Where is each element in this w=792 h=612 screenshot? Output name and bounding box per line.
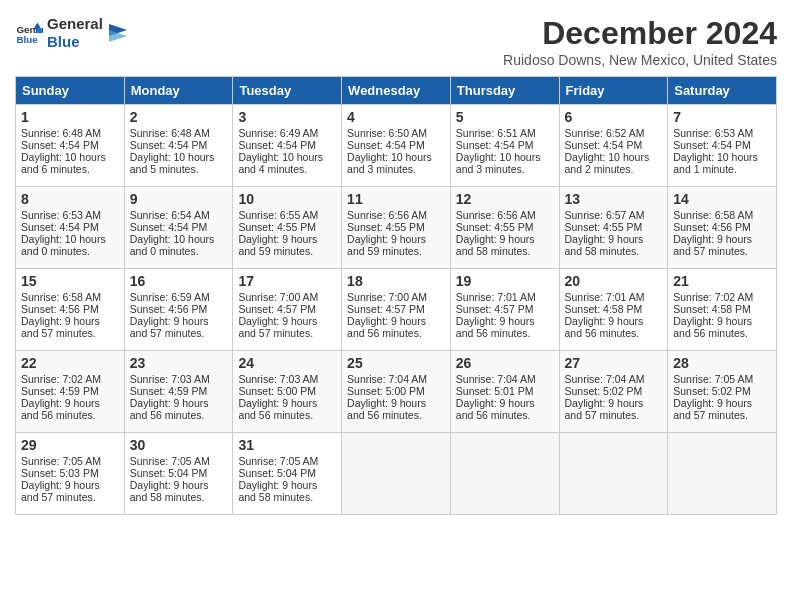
day-info: Sunset: 5:04 PM bbox=[130, 467, 228, 479]
day-info: and 56 minutes. bbox=[456, 409, 554, 421]
day-info: Sunset: 4:55 PM bbox=[565, 221, 663, 233]
day-info: and 56 minutes. bbox=[565, 327, 663, 339]
day-info: and 58 minutes. bbox=[238, 491, 336, 503]
day-info: Sunset: 5:02 PM bbox=[673, 385, 771, 397]
logo-flag-icon bbox=[107, 22, 129, 44]
day-info: and 57 minutes. bbox=[21, 327, 119, 339]
day-info: Sunrise: 6:50 AM bbox=[347, 127, 445, 139]
day-info: Daylight: 9 hours bbox=[238, 397, 336, 409]
day-info: and 3 minutes. bbox=[347, 163, 445, 175]
day-number: 2 bbox=[130, 109, 228, 125]
calendar-cell: 17Sunrise: 7:00 AMSunset: 4:57 PMDayligh… bbox=[233, 269, 342, 351]
calendar-body: 1Sunrise: 6:48 AMSunset: 4:54 PMDaylight… bbox=[16, 105, 777, 515]
day-info: Sunrise: 6:49 AM bbox=[238, 127, 336, 139]
day-info: and 59 minutes. bbox=[347, 245, 445, 257]
weekday-header-row: SundayMondayTuesdayWednesdayThursdayFrid… bbox=[16, 77, 777, 105]
week-row-3: 15Sunrise: 6:58 AMSunset: 4:56 PMDayligh… bbox=[16, 269, 777, 351]
day-info: Daylight: 9 hours bbox=[456, 315, 554, 327]
calendar-cell: 29Sunrise: 7:05 AMSunset: 5:03 PMDayligh… bbox=[16, 433, 125, 515]
day-info: and 59 minutes. bbox=[238, 245, 336, 257]
day-info: Sunrise: 6:54 AM bbox=[130, 209, 228, 221]
day-info: Sunrise: 6:58 AM bbox=[21, 291, 119, 303]
day-info: and 1 minute. bbox=[673, 163, 771, 175]
day-info: Sunset: 4:58 PM bbox=[673, 303, 771, 315]
day-info: and 58 minutes. bbox=[565, 245, 663, 257]
day-info: Sunrise: 7:04 AM bbox=[347, 373, 445, 385]
calendar-cell: 2Sunrise: 6:48 AMSunset: 4:54 PMDaylight… bbox=[124, 105, 233, 187]
calendar-cell: 15Sunrise: 6:58 AMSunset: 4:56 PMDayligh… bbox=[16, 269, 125, 351]
calendar-cell: 22Sunrise: 7:02 AMSunset: 4:59 PMDayligh… bbox=[16, 351, 125, 433]
day-number: 12 bbox=[456, 191, 554, 207]
day-info: and 6 minutes. bbox=[21, 163, 119, 175]
day-info: Sunset: 4:58 PM bbox=[565, 303, 663, 315]
calendar-cell: 3Sunrise: 6:49 AMSunset: 4:54 PMDaylight… bbox=[233, 105, 342, 187]
calendar-cell: 10Sunrise: 6:55 AMSunset: 4:55 PMDayligh… bbox=[233, 187, 342, 269]
weekday-header-wednesday: Wednesday bbox=[342, 77, 451, 105]
calendar-cell: 30Sunrise: 7:05 AMSunset: 5:04 PMDayligh… bbox=[124, 433, 233, 515]
day-info: Sunrise: 6:59 AM bbox=[130, 291, 228, 303]
calendar-cell bbox=[668, 433, 777, 515]
day-info: Sunrise: 7:02 AM bbox=[673, 291, 771, 303]
calendar-cell: 16Sunrise: 6:59 AMSunset: 4:56 PMDayligh… bbox=[124, 269, 233, 351]
day-number: 3 bbox=[238, 109, 336, 125]
day-number: 28 bbox=[673, 355, 771, 371]
calendar-cell: 23Sunrise: 7:03 AMSunset: 4:59 PMDayligh… bbox=[124, 351, 233, 433]
day-info: Sunrise: 6:53 AM bbox=[673, 127, 771, 139]
day-info: Sunrise: 7:03 AM bbox=[130, 373, 228, 385]
day-info: Sunset: 5:04 PM bbox=[238, 467, 336, 479]
day-info: Sunset: 4:56 PM bbox=[21, 303, 119, 315]
day-info: Daylight: 9 hours bbox=[21, 315, 119, 327]
day-info: Sunset: 4:55 PM bbox=[456, 221, 554, 233]
day-info: and 57 minutes. bbox=[130, 327, 228, 339]
day-info: and 56 minutes. bbox=[673, 327, 771, 339]
day-info: Sunset: 5:03 PM bbox=[21, 467, 119, 479]
day-number: 16 bbox=[130, 273, 228, 289]
day-info: Sunset: 4:54 PM bbox=[673, 139, 771, 151]
day-number: 5 bbox=[456, 109, 554, 125]
day-info: and 57 minutes. bbox=[21, 491, 119, 503]
day-number: 22 bbox=[21, 355, 119, 371]
day-info: Sunrise: 7:03 AM bbox=[238, 373, 336, 385]
calendar-cell: 24Sunrise: 7:03 AMSunset: 5:00 PMDayligh… bbox=[233, 351, 342, 433]
calendar-cell: 4Sunrise: 6:50 AMSunset: 4:54 PMDaylight… bbox=[342, 105, 451, 187]
day-info: Sunrise: 6:52 AM bbox=[565, 127, 663, 139]
day-number: 13 bbox=[565, 191, 663, 207]
day-info: and 0 minutes. bbox=[21, 245, 119, 257]
svg-text:Blue: Blue bbox=[16, 34, 38, 45]
calendar-cell: 5Sunrise: 6:51 AMSunset: 4:54 PMDaylight… bbox=[450, 105, 559, 187]
title-block: December 2024 Ruidoso Downs, New Mexico,… bbox=[503, 15, 777, 68]
weekday-header-monday: Monday bbox=[124, 77, 233, 105]
day-info: Daylight: 9 hours bbox=[347, 315, 445, 327]
week-row-5: 29Sunrise: 7:05 AMSunset: 5:03 PMDayligh… bbox=[16, 433, 777, 515]
day-number: 25 bbox=[347, 355, 445, 371]
day-info: and 57 minutes. bbox=[673, 245, 771, 257]
calendar-cell bbox=[559, 433, 668, 515]
day-info: Daylight: 9 hours bbox=[130, 479, 228, 491]
calendar-cell: 7Sunrise: 6:53 AMSunset: 4:54 PMDaylight… bbox=[668, 105, 777, 187]
day-info: and 56 minutes. bbox=[347, 327, 445, 339]
day-info: Daylight: 9 hours bbox=[456, 233, 554, 245]
week-row-4: 22Sunrise: 7:02 AMSunset: 4:59 PMDayligh… bbox=[16, 351, 777, 433]
location: Ruidoso Downs, New Mexico, United States bbox=[503, 52, 777, 68]
calendar-cell bbox=[450, 433, 559, 515]
page-header: General Blue General Blue December 2024 … bbox=[15, 15, 777, 68]
day-info: Sunrise: 7:04 AM bbox=[456, 373, 554, 385]
day-number: 17 bbox=[238, 273, 336, 289]
logo: General Blue General Blue bbox=[15, 15, 129, 51]
day-info: Sunrise: 7:01 AM bbox=[456, 291, 554, 303]
day-number: 6 bbox=[565, 109, 663, 125]
day-number: 30 bbox=[130, 437, 228, 453]
day-number: 21 bbox=[673, 273, 771, 289]
day-info: Sunset: 4:57 PM bbox=[238, 303, 336, 315]
calendar-cell: 21Sunrise: 7:02 AMSunset: 4:58 PMDayligh… bbox=[668, 269, 777, 351]
day-info: and 56 minutes. bbox=[347, 409, 445, 421]
day-info: and 57 minutes. bbox=[565, 409, 663, 421]
day-number: 14 bbox=[673, 191, 771, 207]
day-info: Sunrise: 7:05 AM bbox=[673, 373, 771, 385]
day-info: Sunrise: 7:04 AM bbox=[565, 373, 663, 385]
day-info: Sunset: 4:56 PM bbox=[673, 221, 771, 233]
day-number: 27 bbox=[565, 355, 663, 371]
day-number: 24 bbox=[238, 355, 336, 371]
weekday-header-sunday: Sunday bbox=[16, 77, 125, 105]
calendar-cell: 6Sunrise: 6:52 AMSunset: 4:54 PMDaylight… bbox=[559, 105, 668, 187]
